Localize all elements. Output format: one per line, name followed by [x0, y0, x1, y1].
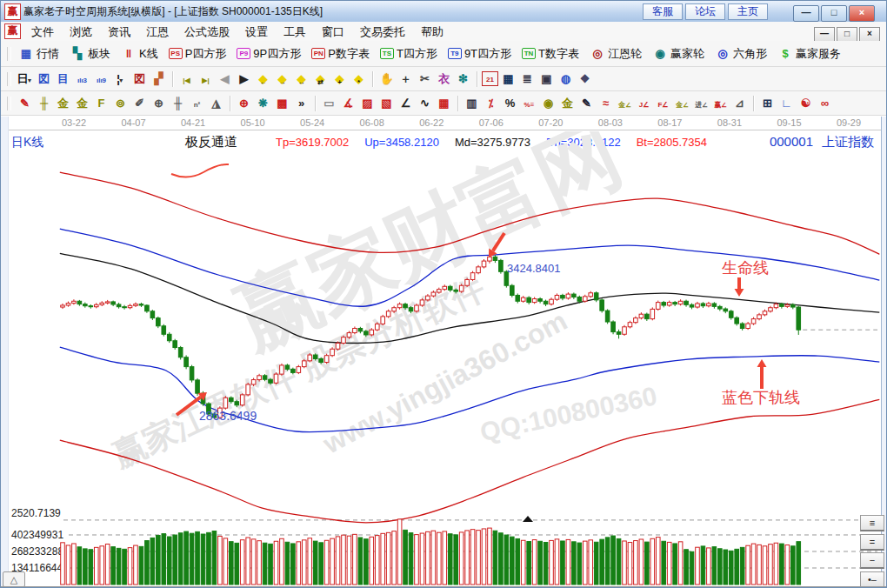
fan-lines-icon[interactable]: ∡ [339, 95, 357, 112]
forum-button[interactable]: 论坛 [685, 3, 725, 20]
shaded-box2-icon[interactable]: ▧ [377, 95, 396, 112]
close-button[interactable]: × [849, 5, 875, 22]
child-close-button[interactable]: × [859, 27, 880, 42]
quote-list-icon[interactable]: 目 [54, 70, 72, 88]
calculator-icon[interactable]: ▦ [499, 70, 517, 88]
next-bar-icon[interactable]: ▶ [235, 70, 253, 88]
compass-icon[interactable]: ◮ [207, 95, 225, 112]
menu-browse[interactable]: 浏览 [62, 23, 100, 42]
angle-icon[interactable]: ∠ [397, 95, 415, 112]
gold-circle-icon[interactable]: ◉ [539, 95, 557, 112]
hand-icon[interactable]: ✋ [377, 70, 396, 88]
snowflake-icon[interactable]: ❋ [254, 95, 272, 112]
t-number-table-button[interactable]: TNT数字表 [519, 45, 582, 63]
calendar-icon[interactable]: 21 [482, 71, 498, 86]
chart-line-icon[interactable]: ∟ [777, 95, 796, 112]
crosshair-icon[interactable]: ＋ [397, 70, 415, 88]
diamond-swap-icon[interactable]: ◆⇄ [311, 70, 330, 88]
j-angle-icon[interactable]: J∠ [635, 95, 653, 112]
homepage-button[interactable]: 主页 [728, 3, 768, 20]
pane-two-lines-button[interactable]: = [860, 534, 884, 551]
bars9-icon[interactable]: ılı9 [92, 70, 110, 88]
menu-file[interactable]: 文件 [23, 23, 62, 42]
f-grid-icon[interactable]: F [92, 95, 110, 112]
hexagon-button[interactable]: ◎六角形 [712, 45, 770, 63]
pen2-icon[interactable]: ✐ [130, 95, 149, 112]
gold-angle2-icon[interactable]: 金∠ [673, 95, 691, 112]
clothes-icon[interactable]: 衣 [435, 70, 453, 88]
minimize-button[interactable]: — [793, 5, 819, 22]
prev-bar-icon[interactable]: ◀ [216, 70, 234, 88]
more-icon[interactable]: » [292, 95, 310, 112]
menu-trade-entrust[interactable]: 交易委托 [352, 23, 413, 42]
winner-service-button[interactable]: $赢家服务 [775, 45, 844, 63]
bars3-icon[interactable]: ılı3 [73, 70, 91, 88]
gold-grid2-icon[interactable]: 金 [73, 95, 91, 112]
sectors-button[interactable]: ▚板块 [67, 45, 113, 63]
last-bar-icon[interactable]: ▶| [197, 70, 215, 88]
candle-style-icon[interactable]: ¦▼ [111, 70, 130, 88]
p9-square-button[interactable]: P99P四方形 [234, 45, 303, 63]
kline-period-icon[interactable]: 日▼ [16, 70, 34, 88]
diamond-right-icon[interactable]: ◆→ [273, 70, 291, 88]
wave-red-icon[interactable]: ≈ [597, 95, 615, 112]
measure-icon[interactable]: ✂ [416, 70, 434, 88]
diamond-star-icon[interactable]: ◆* [350, 70, 368, 88]
menu-help[interactable]: 帮助 [413, 23, 451, 42]
diamond-plus-icon[interactable]: ◆+ [330, 70, 349, 88]
shaded-box1-icon[interactable]: ▨ [358, 95, 377, 112]
menu-news[interactable]: 资讯 [100, 23, 138, 42]
chart-canvas[interactable]: 赢家财富网赢家江恩软件 股票分析软件www.yingjia360.comQQ:1… [1, 131, 887, 588]
menu-tools[interactable]: 工具 [276, 23, 314, 42]
menu-settings[interactable]: 设置 [237, 23, 276, 42]
gold-angle-icon[interactable]: 金∠ [616, 95, 634, 112]
pattern-red-icon[interactable]: 図 [130, 70, 149, 88]
t-square-button[interactable]: TST四方形 [377, 45, 440, 63]
rect-tool-icon[interactable]: ▭ [320, 95, 338, 112]
winner-wheel-button[interactable]: ◉赢家轮 [650, 45, 707, 63]
grid-box-icon[interactable]: ▩ [273, 95, 291, 112]
percent-levels-icon[interactable]: %≡ [520, 95, 538, 112]
customer-service-button[interactable]: 客服 [643, 3, 683, 20]
knot-icon[interactable]: ❇ [454, 70, 472, 88]
gann-wheel-button[interactable]: ◎江恩轮 [587, 45, 644, 63]
expand-pane-button[interactable]: △ [3, 571, 25, 587]
child-restore-button[interactable]: □ [837, 27, 857, 42]
pane-three-lines-button[interactable]: ≡ [860, 515, 884, 531]
volume-style-icon[interactable]: ▞ [150, 70, 168, 88]
computer-icon[interactable]: ❖ [576, 70, 594, 88]
percent-line-icon[interactable]: ⁒ [482, 95, 500, 112]
wave-icon[interactable]: ∿ [416, 95, 434, 112]
circle-grid-icon[interactable]: ⊕ [150, 95, 168, 112]
win-angle-icon[interactable]: 赢∠ [711, 95, 730, 112]
menu-gann[interactable]: 江恩 [138, 23, 177, 42]
grid-yellow-icon[interactable]: ⊞ [758, 95, 777, 112]
red-grid-icon[interactable]: ▦ [435, 95, 453, 112]
quotes-button[interactable]: ▦行情 [16, 45, 62, 63]
jin-angle-icon[interactable]: 进∠ [692, 95, 710, 112]
pane-one-line-button[interactable]: − [860, 552, 884, 569]
save-icon[interactable]: ▣ [537, 70, 556, 88]
target-icon[interactable]: ⊕ [235, 95, 253, 112]
network-icon[interactable]: ◍ [557, 70, 575, 88]
diamond-lr-icon[interactable]: ◆↔ [292, 70, 310, 88]
spiral-icon[interactable]: ⊚ [111, 95, 130, 112]
panel-icon[interactable]: ▥ [463, 95, 481, 112]
kline-button[interactable]: ‖K线 [118, 45, 161, 63]
gann-grid-icon[interactable]: ╫ [35, 95, 53, 112]
f-angle-icon[interactable]: F∠ [654, 95, 672, 112]
maximize-button[interactable]: □ [821, 5, 847, 22]
first-bar-icon[interactable]: |◀ [177, 70, 196, 88]
notes-icon[interactable]: ≣ [518, 70, 537, 88]
gold-levels-icon[interactable]: 金 [558, 95, 577, 112]
zigzag-icon[interactable]: 図 [35, 70, 53, 88]
menu-window[interactable]: 窗口 [314, 23, 352, 42]
t9-square-button[interactable]: T99T四方形 [445, 45, 514, 63]
pane-slider-button[interactable]: •– [860, 571, 884, 588]
p-number-table-button[interactable]: PNP数字表 [309, 45, 372, 63]
percent-icon[interactable]: % [501, 95, 519, 112]
pen3-icon[interactable]: ✎ [577, 95, 596, 112]
yinyang-icon[interactable]: ☯ [797, 95, 815, 112]
menu-formula-stock-pick[interactable]: 公式选股 [177, 23, 237, 42]
gold-grid1-icon[interactable]: 金 [54, 95, 72, 112]
